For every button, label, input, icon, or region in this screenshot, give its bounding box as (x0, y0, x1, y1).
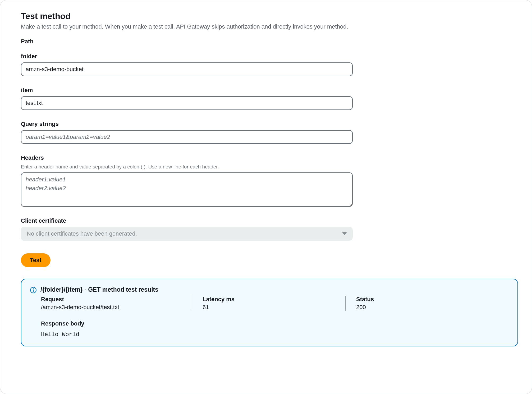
query-strings-field: Query strings (21, 121, 511, 144)
results-status-col: Status 200 (346, 296, 451, 311)
results-title: /{folder}/{item} - GET method test resul… (40, 286, 509, 293)
status-value: 200 (356, 304, 441, 311)
folder-input[interactable] (21, 62, 353, 76)
latency-value: 61 (203, 304, 335, 311)
request-label: Request (41, 296, 181, 303)
client-certificate-selected-text: No client certificates have been generat… (27, 230, 137, 237)
response-body-block: Response body Hello World (41, 320, 509, 338)
client-certificate-select[interactable]: No client certificates have been generat… (21, 227, 353, 241)
request-value: /amzn-s3-demo-bucket/test.txt (41, 304, 181, 311)
query-strings-input[interactable] (21, 130, 353, 144)
results-header-row: /{folder}/{item} - GET method test resul… (30, 286, 509, 295)
client-certificate-field: Client certificate No client certificate… (21, 217, 511, 241)
results-latency-col: Latency ms 61 (192, 296, 345, 311)
client-certificate-select-wrap: No client certificates have been generat… (21, 227, 353, 241)
folder-label: folder (21, 53, 511, 60)
latency-label: Latency ms (203, 296, 335, 303)
status-label: Status (356, 296, 441, 303)
svg-point-1 (33, 288, 34, 289)
item-field: item (21, 87, 511, 110)
headers-helper: Enter a header name and value separated … (21, 164, 511, 170)
results-request-col: Request /amzn-s3-demo-bucket/test.txt (41, 296, 192, 311)
test-method-panel: Test method Make a test call to your met… (0, 0, 532, 394)
response-body-label: Response body (41, 320, 509, 327)
test-button[interactable]: Test (21, 253, 51, 267)
info-icon (30, 287, 37, 294)
item-input[interactable] (21, 96, 353, 110)
path-section-label: Path (21, 38, 511, 45)
headers-field: Headers Enter a header name and value se… (21, 154, 511, 208)
folder-field: folder (21, 53, 511, 76)
headers-textarea[interactable] (21, 172, 353, 207)
item-label: item (21, 87, 511, 94)
test-results-panel: /{folder}/{item} - GET method test resul… (21, 279, 518, 346)
query-strings-label: Query strings (21, 121, 511, 127)
client-certificate-label: Client certificate (21, 217, 511, 224)
chevron-down-icon (342, 232, 347, 235)
response-body-value: Hello World (41, 331, 509, 338)
page-subtitle: Make a test call to your method. When yo… (21, 23, 511, 31)
results-grid: Request /amzn-s3-demo-bucket/test.txt La… (41, 296, 509, 311)
panel-inner: Test method Make a test call to your met… (0, 8, 532, 346)
results-header-content: /{folder}/{item} - GET method test resul… (40, 286, 509, 295)
page-title: Test method (21, 11, 511, 21)
svg-rect-2 (33, 290, 34, 292)
headers-label: Headers (21, 154, 511, 161)
